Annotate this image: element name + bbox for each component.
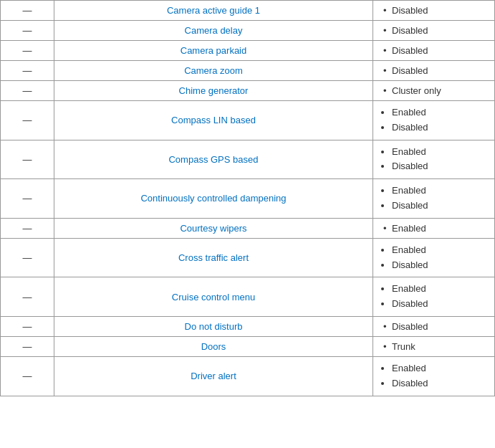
values-cell: EnabledDisabled <box>373 179 495 219</box>
value-item: Enabled <box>392 361 489 376</box>
values-cell: Cluster only <box>373 81 495 101</box>
values-cell: EnabledDisabled <box>373 277 495 317</box>
dash-cell: — <box>1 238 54 277</box>
values-cell: EnabledDisabled <box>373 356 495 396</box>
feature-name: Camera parkaid <box>54 41 373 61</box>
table-row: —Driver alertEnabledDisabled <box>1 356 495 396</box>
feature-name: Courtesy wipers <box>54 218 373 238</box>
table-row: —Camera parkaidDisabled <box>1 41 495 61</box>
feature-name: Cruise control menu <box>54 277 373 317</box>
value-item: Disabled <box>392 159 489 174</box>
values-cell: Disabled <box>373 61 495 81</box>
dash-cell: — <box>1 81 54 101</box>
values-cell: EnabledDisabled <box>373 140 495 179</box>
value-item: Disabled <box>379 65 489 76</box>
values-cell: Disabled <box>373 1 495 21</box>
feature-name: Do not disturb <box>54 316 373 336</box>
table-row: —Compass GPS basedEnabledDisabled <box>1 140 495 179</box>
value-item: Enabled <box>392 145 489 160</box>
dash-cell: — <box>1 140 54 179</box>
dash-cell: — <box>1 179 54 219</box>
value-item: Disabled <box>379 5 489 16</box>
values-cell: EnabledDisabled <box>373 238 495 277</box>
value-item: Trunk <box>379 341 489 352</box>
dash-cell: — <box>1 101 54 140</box>
value-item: Disabled <box>392 297 489 312</box>
dash-cell: — <box>1 21 54 41</box>
features-table: —Camera active guide 1Disabled—Camera de… <box>0 0 495 396</box>
values-cell: Enabled <box>373 218 495 238</box>
dash-cell: — <box>1 316 54 336</box>
value-item: Cluster only <box>379 85 489 96</box>
value-item: Enabled <box>392 243 489 258</box>
values-cell: Disabled <box>373 21 495 41</box>
feature-name: Compass LIN based <box>54 101 373 140</box>
value-item: Disabled <box>379 25 489 36</box>
feature-name: Camera delay <box>54 21 373 41</box>
table-row: —Camera zoomDisabled <box>1 61 495 81</box>
value-item: Disabled <box>392 199 489 214</box>
value-item: Enabled <box>392 184 489 199</box>
feature-name: Cross traffic alert <box>54 238 373 277</box>
dash-cell: — <box>1 1 54 21</box>
table-row: —Chime generatorCluster only <box>1 81 495 101</box>
values-cell: Disabled <box>373 41 495 61</box>
table-row: —Camera active guide 1Disabled <box>1 1 495 21</box>
dash-cell: — <box>1 356 54 396</box>
value-item: Disabled <box>379 45 489 56</box>
table-row: —Do not disturbDisabled <box>1 316 495 336</box>
feature-name: Chime generator <box>54 81 373 101</box>
table-row: —Continuously controlled dampeningEnable… <box>1 179 495 219</box>
value-item: Disabled <box>392 258 489 273</box>
feature-name: Doors <box>54 336 373 356</box>
dash-cell: — <box>1 218 54 238</box>
value-item: Enabled <box>392 282 489 297</box>
value-item: Enabled <box>392 105 489 120</box>
feature-name: Camera zoom <box>54 61 373 81</box>
values-cell: Disabled <box>373 316 495 336</box>
table-row: —DoorsTrunk <box>1 336 495 356</box>
table-row: —Courtesy wipersEnabled <box>1 218 495 238</box>
values-cell: Trunk <box>373 336 495 356</box>
feature-name: Camera active guide 1 <box>54 1 373 21</box>
values-cell: EnabledDisabled <box>373 101 495 140</box>
table-row: —Compass LIN basedEnabledDisabled <box>1 101 495 140</box>
table-row: —Cross traffic alertEnabledDisabled <box>1 238 495 277</box>
feature-name: Continuously controlled dampening <box>54 179 373 219</box>
dash-cell: — <box>1 41 54 61</box>
value-item: Enabled <box>379 223 489 234</box>
feature-name: Driver alert <box>54 356 373 396</box>
dash-cell: — <box>1 277 54 317</box>
feature-name: Compass GPS based <box>54 140 373 179</box>
value-item: Disabled <box>392 120 489 135</box>
table-row: —Cruise control menuEnabledDisabled <box>1 277 495 317</box>
value-item: Disabled <box>392 376 489 391</box>
value-item: Disabled <box>379 321 489 332</box>
table-row: —Camera delayDisabled <box>1 21 495 41</box>
dash-cell: — <box>1 61 54 81</box>
dash-cell: — <box>1 336 54 356</box>
